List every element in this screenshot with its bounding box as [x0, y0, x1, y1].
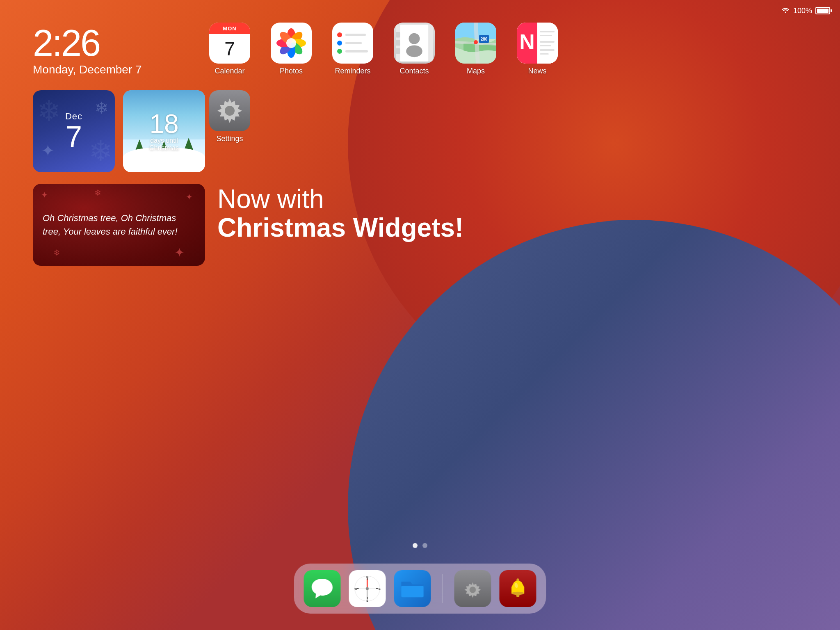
- song-lyrics: Oh Christmas tree, Oh Christmas tree, Yo…: [43, 211, 195, 238]
- widget-countdown[interactable]: · · · · 18 days until Christmas: [123, 90, 205, 172]
- widget-song[interactable]: ✦ ✦ ❄ ✦ ❄ Oh Christmas tree, Oh Christma…: [33, 184, 205, 266]
- reminders-label: Reminders: [335, 67, 370, 75]
- contacts-label: Contacts: [399, 67, 429, 75]
- time-display: 2:26 Monday, December 7: [33, 25, 142, 76]
- sparkle-4: ✦: [174, 245, 185, 260]
- news-icon[interactable]: N: [517, 23, 558, 64]
- widget-calendar[interactable]: ❄ ❄ ✦ ❄ Dec 7: [33, 90, 115, 172]
- sparkle-1: ✦: [41, 190, 48, 200]
- svg-text:N: N: [366, 575, 368, 578]
- dock-messages[interactable]: [304, 570, 341, 607]
- page-dot-2[interactable]: [422, 543, 427, 548]
- reminders-icon[interactable]: [332, 23, 373, 64]
- svg-point-20: [474, 40, 478, 44]
- svg-rect-29: [540, 53, 549, 55]
- stars: · · · ·: [129, 94, 134, 96]
- svg-point-8: [286, 38, 296, 48]
- status-bar: 100%: [0, 0, 840, 18]
- page-indicators: [413, 543, 427, 548]
- widgets-area: ❄ ❄ ✦ ❄ Dec 7 · · · · 18 days until: [33, 90, 205, 266]
- svg-text:W: W: [354, 587, 357, 590]
- promo-text-area: Now with Christmas Widgets!: [217, 185, 463, 242]
- photos-icon[interactable]: [271, 23, 312, 64]
- dock-safari[interactable]: N S W E: [349, 570, 386, 607]
- calendar-label: Calendar: [215, 67, 244, 75]
- countdown-line1: days until: [149, 137, 179, 144]
- svg-point-49: [516, 594, 520, 597]
- calendar-header: MON: [209, 23, 250, 34]
- clock-time: 2:26: [33, 25, 142, 62]
- settings-app-row: Settings: [209, 90, 250, 143]
- photos-label: Photos: [280, 67, 303, 75]
- sparkle-3: ❄: [53, 248, 60, 258]
- clock-date: Monday, December 7: [33, 63, 142, 76]
- app-reminders[interactable]: Reminders: [332, 23, 373, 75]
- battery-percentage: 100%: [793, 7, 812, 15]
- dock-files[interactable]: [394, 570, 431, 607]
- app-news[interactable]: N News: [517, 23, 558, 75]
- svg-rect-28: [540, 49, 555, 51]
- app-grid: MON 7 Calendar Photos: [209, 23, 558, 75]
- snowflake-1: ❄: [37, 94, 61, 128]
- sparkle-5: ❄: [94, 188, 101, 198]
- svg-rect-11: [396, 32, 400, 38]
- contacts-icon[interactable]: [394, 23, 435, 64]
- news-label: News: [528, 67, 546, 75]
- app-settings[interactable]: Settings: [209, 90, 250, 143]
- widget-row-top: ❄ ❄ ✦ ❄ Dec 7 · · · · 18 days until: [33, 90, 205, 172]
- snowflake-4: ❄: [89, 135, 113, 168]
- widget-calendar-day: 7: [66, 122, 82, 151]
- battery-icon: [815, 7, 830, 14]
- promo-line1: Now with: [217, 185, 463, 213]
- svg-point-31: [225, 106, 235, 116]
- svg-rect-27: [540, 45, 551, 46]
- snowflake-2: ❄: [95, 98, 109, 117]
- svg-text:S: S: [366, 599, 368, 602]
- dock: N S W E: [294, 564, 546, 614]
- sparkle-2: ✦: [186, 192, 193, 202]
- settings-icon-img[interactable]: [209, 90, 250, 131]
- svg-text:E: E: [379, 587, 381, 590]
- svg-text:280: 280: [481, 37, 488, 41]
- dock-bell[interactable]: [500, 570, 536, 607]
- countdown-line2: Christmas: [149, 144, 179, 152]
- countdown-number: 18: [149, 111, 179, 137]
- app-contacts[interactable]: Contacts: [394, 23, 435, 75]
- svg-point-37: [366, 587, 369, 590]
- snowflake-3: ✦: [41, 141, 55, 160]
- svg-rect-25: [540, 35, 552, 36]
- svg-rect-24: [540, 31, 555, 32]
- svg-rect-12: [396, 40, 400, 46]
- settings-app-label: Settings: [216, 135, 243, 143]
- calendar-day: 7: [224, 34, 235, 64]
- countdown-text: 18 days until Christmas: [149, 111, 179, 152]
- svg-rect-51: [516, 578, 519, 581]
- promo-line2: Christmas Widgets!: [217, 213, 463, 242]
- maps-icon[interactable]: 280: [455, 23, 496, 64]
- svg-rect-13: [396, 48, 400, 54]
- dock-divider: [443, 574, 443, 603]
- dock-settings[interactable]: [454, 570, 491, 607]
- maps-label: Maps: [467, 67, 485, 75]
- wifi-icon: [781, 7, 790, 15]
- svg-text:N: N: [519, 30, 535, 54]
- calendar-icon[interactable]: MON 7: [209, 23, 250, 64]
- svg-point-47: [470, 587, 476, 593]
- app-maps[interactable]: 280 Maps: [455, 23, 496, 75]
- svg-point-14: [409, 33, 420, 44]
- app-photos[interactable]: Photos: [271, 23, 312, 75]
- page-dot-1[interactable]: [413, 543, 418, 548]
- svg-rect-26: [540, 41, 555, 43]
- svg-point-15: [406, 45, 422, 57]
- app-calendar[interactable]: MON 7 Calendar: [209, 23, 250, 75]
- svg-rect-46: [401, 586, 423, 597]
